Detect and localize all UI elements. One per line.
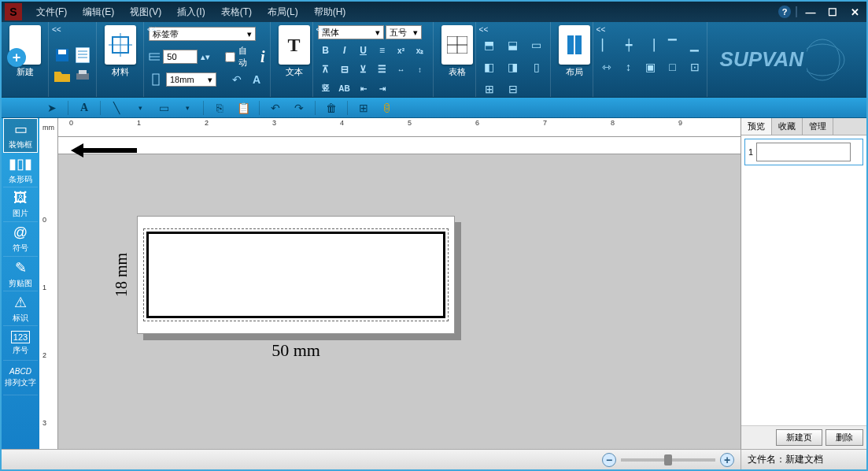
- rect-drop-icon[interactable]: ▾: [179, 100, 195, 116]
- dist-v-icon[interactable]: ↕: [620, 58, 637, 76]
- delete-icon[interactable]: 🗑: [323, 100, 339, 116]
- font-combo[interactable]: 黑体▾: [318, 25, 384, 39]
- split-cells-icon[interactable]: ⊟: [504, 80, 522, 98]
- barcode-tool[interactable]: ▮▯▮ 条形码: [3, 153, 38, 187]
- collapse-icon[interactable]: <<: [479, 25, 489, 34]
- text-tool-icon[interactable]: A: [76, 100, 92, 116]
- arrange-tool[interactable]: ABCD 排列文字: [3, 361, 38, 395]
- fontsize-combo[interactable]: 五号▾: [386, 25, 422, 39]
- align-top-obj-icon[interactable]: ▔: [664, 36, 681, 54]
- htext-icon[interactable]: AB: [337, 80, 353, 96]
- folder-icon[interactable]: [54, 67, 71, 84]
- italic-icon[interactable]: I: [337, 43, 353, 58]
- char-spacing-icon[interactable]: ↔: [393, 61, 409, 77]
- grid-icon[interactable]: ⊞: [356, 100, 371, 116]
- insert-col-right-icon[interactable]: ◨: [504, 58, 522, 76]
- zoom-in-button[interactable]: +: [720, 453, 734, 467]
- align-bottom-icon[interactable]: ⊻: [356, 61, 371, 77]
- deletepage-button[interactable]: 删除: [826, 429, 863, 446]
- menu-layout[interactable]: 布局(L): [260, 6, 306, 19]
- align-right-obj-icon[interactable]: ▕: [642, 36, 659, 54]
- tab-manage[interactable]: 管理: [803, 118, 833, 135]
- close-button[interactable]: ✕: [846, 6, 863, 18]
- table-button[interactable]: 表格: [438, 25, 476, 78]
- collapse-icon[interactable]: <<: [52, 25, 61, 34]
- undo-icon[interactable]: ↶: [268, 100, 283, 116]
- minimize-button[interactable]: —: [802, 6, 819, 18]
- auto-check[interactable]: [225, 52, 235, 62]
- paste-icon[interactable]: 📋: [235, 100, 251, 116]
- menu-table[interactable]: 表格(T): [213, 6, 260, 19]
- align-left-obj-icon[interactable]: ▏: [598, 36, 615, 54]
- redo-icon[interactable]: ↷: [291, 100, 307, 116]
- insert-row-below-icon[interactable]: ⬓: [504, 36, 522, 54]
- send-back-icon[interactable]: □: [664, 58, 681, 76]
- line-spacing-icon[interactable]: ↕: [412, 61, 428, 77]
- label-object[interactable]: 18 mm 50 mm: [137, 216, 455, 334]
- bold-icon[interactable]: B: [318, 43, 334, 58]
- subscript-icon[interactable]: x₂: [412, 43, 428, 58]
- align-bottom-obj-icon[interactable]: ▁: [686, 36, 704, 54]
- justify-icon[interactable]: ☰: [375, 61, 390, 77]
- align-top-icon[interactable]: ⊼: [318, 61, 334, 77]
- insert-col-left-icon[interactable]: ◧: [481, 58, 498, 76]
- delete-col-icon[interactable]: ▯: [528, 58, 545, 76]
- document-icon[interactable]: [74, 46, 91, 64]
- save-icon[interactable]: [54, 46, 71, 64]
- rotate-left-icon[interactable]: ↶: [232, 73, 242, 86]
- superscript-icon[interactable]: x²: [393, 43, 409, 58]
- align-middle-icon[interactable]: ⊟: [337, 61, 353, 77]
- line-drop-icon[interactable]: ▾: [132, 100, 148, 116]
- pointer-icon[interactable]: ➤: [44, 100, 60, 116]
- tab-preview[interactable]: 预览: [741, 118, 772, 135]
- height-combo[interactable]: 18mm▾: [166, 72, 216, 87]
- text-direction-icon[interactable]: A: [253, 73, 260, 86]
- align-left-icon[interactable]: ≡: [375, 43, 390, 58]
- collapse-icon[interactable]: <<: [147, 25, 157, 34]
- line-tool-icon[interactable]: ╲: [109, 100, 124, 116]
- newpage-button[interactable]: 新建页: [776, 429, 822, 446]
- menu-edit[interactable]: 编辑(E): [75, 6, 122, 19]
- mark-tool[interactable]: ⚠ 标识: [3, 291, 38, 326]
- material-button[interactable]: 材料: [102, 25, 139, 78]
- info-icon[interactable]: i: [260, 48, 265, 66]
- rect-tool-icon[interactable]: ▭: [156, 100, 172, 116]
- tape-type-combo[interactable]: 标签带▾: [149, 27, 256, 41]
- collapse-icon[interactable]: <<: [597, 25, 606, 34]
- merge-cells-icon[interactable]: ⊞: [481, 80, 498, 98]
- menu-help[interactable]: 帮助(H): [306, 6, 354, 19]
- menu-insert[interactable]: 插入(I): [169, 6, 212, 19]
- delete-row-icon[interactable]: ▭: [528, 36, 545, 54]
- underline-icon[interactable]: U: [356, 43, 371, 58]
- menu-file[interactable]: 文件(F): [28, 6, 75, 19]
- tab-collect[interactable]: 收藏: [772, 118, 803, 135]
- dist-h-icon[interactable]: ⇿: [598, 58, 615, 76]
- new-button[interactable]: + 新建: [6, 25, 44, 78]
- width-input[interactable]: [163, 50, 198, 64]
- layout-button[interactable]: 布局: [556, 25, 593, 78]
- serial-tool[interactable]: 123 序号: [3, 326, 38, 361]
- image-tool[interactable]: 🖼 图片: [3, 187, 38, 222]
- frame-tool[interactable]: ▭ 装饰框: [3, 118, 38, 153]
- copy-icon[interactable]: ⎘: [212, 100, 227, 116]
- print-icon[interactable]: [74, 67, 91, 84]
- align-center-obj-icon[interactable]: ┿: [620, 36, 637, 54]
- zoom-out-button[interactable]: −: [602, 453, 616, 467]
- bring-front-icon[interactable]: ▣: [642, 58, 659, 76]
- page-thumbnail[interactable]: 1: [744, 139, 863, 165]
- canvas[interactable]: 18 mm 50 mm: [58, 137, 741, 449]
- collapse-icon[interactable]: <<: [316, 25, 326, 34]
- text-button[interactable]: T 文本: [275, 25, 313, 78]
- vert-text-icon[interactable]: 竖: [318, 80, 334, 96]
- help-icon[interactable]: ?: [778, 6, 791, 18]
- maximize-button[interactable]: ☐: [824, 6, 841, 18]
- clipart-tool[interactable]: ✎ 剪贴图: [3, 257, 38, 291]
- zoom-slider[interactable]: [621, 458, 715, 462]
- symbol-tool[interactable]: @ 符号: [3, 222, 38, 257]
- database-icon[interactable]: 🛢: [379, 100, 395, 116]
- indent-inc-icon[interactable]: ⇥: [375, 80, 390, 96]
- group-icon[interactable]: ⊡: [686, 58, 704, 76]
- indent-dec-icon[interactable]: ⇤: [356, 80, 371, 96]
- menu-view[interactable]: 视图(V): [122, 6, 169, 19]
- insert-row-above-icon[interactable]: ⬒: [481, 36, 498, 54]
